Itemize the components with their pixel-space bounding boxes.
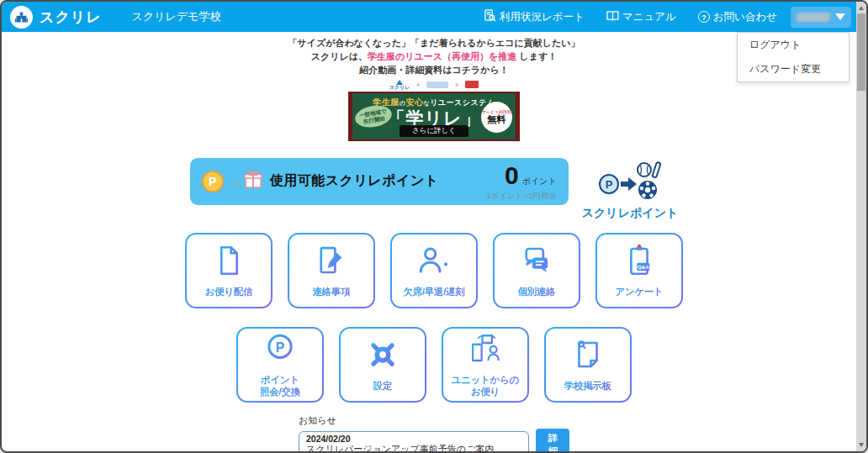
scroll-down-arrow-icon[interactable] <box>859 443 864 447</box>
nav-usage-report-label: 利用状況レポート <box>500 10 585 24</box>
report-magnifier-icon <box>484 9 496 24</box>
card-label: 欠席/早退/遅刻 <box>404 286 465 298</box>
user-dropdown-menu: ログアウト パスワード変更 <box>737 32 849 82</box>
scroll-up-arrow-icon[interactable] <box>859 6 864 10</box>
plus-separator: ＋ <box>415 80 421 90</box>
notice-detail-button[interactable]: 詳細 <box>536 429 569 453</box>
notices-label: お知らせ <box>299 414 569 427</box>
document-pencil-icon <box>314 243 349 282</box>
banner-more-button[interactable]: さらに詳しく <box>400 125 468 137</box>
card-contact-matters[interactable]: 連絡事項 <box>288 233 375 308</box>
notice-item[interactable]: 2024/02/20 スクリレバージョンアップ事前予告のご案内 <box>299 431 529 453</box>
card-label: ユニットからの お便り <box>452 374 519 398</box>
partner-logo-blue <box>426 82 448 88</box>
point-coin-icon: P <box>202 171 224 192</box>
card-label: 連絡事項 <box>313 286 351 298</box>
menu-item-logout[interactable]: ログアウト <box>738 33 849 57</box>
card-absence-report[interactable]: 欠席/早退/遅刻 <box>390 233 478 308</box>
card-label: アンケート <box>615 286 663 298</box>
gift-icon <box>243 170 263 193</box>
nav-contact[interactable]: ? お問い合わせ <box>698 10 777 24</box>
menu-item-change-password[interactable]: パスワード変更 <box>738 57 849 82</box>
notice-title: スクリレバージョンアップ事前予告のご案内 <box>306 444 521 453</box>
gakurire-banner[interactable]: 学生服の安心なリユースシステム 「学リレ」 一部地域で 先行開始 サービス利用料… <box>348 92 520 141</box>
points-title: 使用可能スクリレポイント <box>270 172 439 190</box>
bulletin-board-icon <box>570 337 606 376</box>
gear-icon <box>365 337 400 376</box>
nav-contact-label: お問い合わせ <box>713 10 777 24</box>
card-individual-contact[interactable]: 個別連絡 <box>493 233 580 308</box>
card-label: お便り配信 <box>205 286 253 298</box>
arrow-right-icon: → <box>227 174 240 188</box>
point-circle-icon: P <box>262 331 298 370</box>
card-label: ポイント 照会/交換 <box>260 374 300 398</box>
promo-line3: 紹介動画・詳細資料はコチラから！ <box>359 65 509 75</box>
card-label: 設定 <box>373 380 392 392</box>
book-icon <box>606 10 619 24</box>
notice-date: 2024/02/20 <box>306 434 521 445</box>
free-badge: サービス利用料 無料 <box>481 102 512 133</box>
card-letter-delivery[interactable]: お便り配信 <box>185 233 273 308</box>
banner-tagline: 学生服の安心なリユースシステム <box>373 97 495 108</box>
card-unit-letters[interactable]: ユニットからの お便り <box>442 327 529 403</box>
points-unit: ポイント <box>522 176 557 186</box>
buildings-person-icon <box>468 331 503 370</box>
app-window: スクリレ スクリレデモ学校 利用状況レポート マニュアル <box>0 0 868 453</box>
points-summary-box: P → 使用可能スクリレポイント 0ポイント 1ポイント=1円相当 <box>190 158 569 205</box>
school-name: スクリレデモ学校 <box>132 9 221 24</box>
card-label: 学校掲示板 <box>564 380 611 392</box>
card-point-inquiry[interactable]: P ポイント 照会/交換 <box>236 327 324 403</box>
plus-separator: ＋ <box>453 80 460 90</box>
user-menu-button[interactable] <box>791 7 851 28</box>
points-side-label: スクリレポイント <box>582 206 679 221</box>
card-settings[interactable]: 設定 <box>339 327 426 403</box>
svg-text:P: P <box>276 340 285 354</box>
card-label: 個別連絡 <box>518 286 556 298</box>
menu-row-2: P ポイント 照会/交換 設定 <box>2 327 866 403</box>
nav-usage-report[interactable]: 利用状況レポート <box>484 9 585 24</box>
chat-bubbles-icon <box>519 243 554 282</box>
clipboard-qa-icon: Q&A <box>622 243 657 282</box>
menu-row-1: お便り配信 連絡事項 欠席/早退/遅刻 <box>2 233 866 308</box>
points-value: 0 <box>505 161 519 189</box>
points-side: P スクリレポイント <box>582 160 679 221</box>
notices-section: お知らせ 2024/02/20 スクリレバージョンアップ事前予告のご案内 詳細 … <box>2 414 866 453</box>
person-alert-icon <box>416 243 452 282</box>
promo-highlight: 学生服のリユース（再使用）を推進 <box>368 51 516 61</box>
sukurire-mini-logo: スクリレ <box>389 80 410 90</box>
card-survey[interactable]: Q&A アンケート <box>595 233 683 308</box>
nav-manual-label: マニュアル <box>622 10 676 24</box>
document-icon <box>211 243 246 282</box>
point-to-goods-icon: P <box>596 160 664 205</box>
promo-line1: 「サイズが合わなくなった」「まだ着られるからエコに貢献したい」 <box>288 38 580 48</box>
school-building-logo-icon <box>10 6 33 29</box>
header: スクリレ スクリレデモ学校 利用状況レポート マニュアル <box>2 2 866 32</box>
chevron-down-icon <box>835 13 845 20</box>
nav-manual[interactable]: マニュアル <box>606 10 676 24</box>
app-name: スクリレ <box>40 8 102 27</box>
svg-text:Q&A: Q&A <box>638 264 649 270</box>
question-circle-icon: ? <box>698 11 710 23</box>
svg-text:P: P <box>606 178 613 191</box>
vertical-scrollbar[interactable] <box>856 2 866 451</box>
user-name-redacted <box>797 13 830 22</box>
scrollbar-thumb[interactable] <box>857 13 865 91</box>
banner-title: 「学リレ」 <box>388 109 481 127</box>
partner-logo-red <box>465 81 479 88</box>
points-note: 1ポイント=1円相当 <box>486 192 557 200</box>
card-school-board[interactable]: 学校掲示板 <box>544 327 632 403</box>
points-section: P → 使用可能スクリレポイント 0ポイント 1ポイント=1円相当 <box>2 158 866 221</box>
